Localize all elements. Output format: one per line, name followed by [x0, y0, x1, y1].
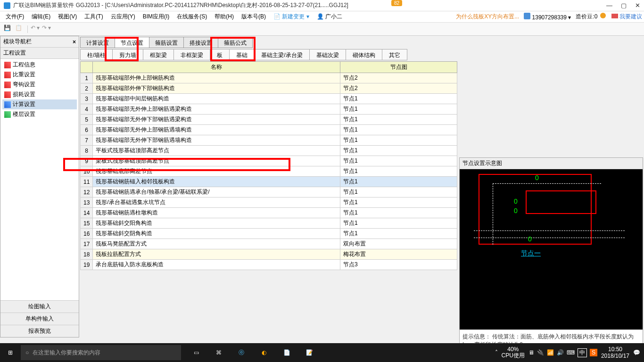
- notification-center-icon[interactable]: 💬: [633, 349, 640, 356]
- diagram-panel: 节点设置示意图 0 0 0 0 节点一 提示信息： 传统算法：面筋、底筋伸入相邻…: [459, 157, 643, 359]
- tab-node-settings[interactable]: 节点设置: [115, 37, 149, 48]
- tab-calc-settings[interactable]: 计算设置: [80, 37, 115, 48]
- tray-chevron-icon[interactable]: ˄: [495, 349, 498, 356]
- subtab-foundation-subbeam[interactable]: 基础次梁: [309, 49, 346, 60]
- tree-item-calc[interactable]: 计算设置: [2, 99, 77, 109]
- task-view-icon[interactable]: ▭: [186, 343, 206, 362]
- table-row[interactable]: 2筏形基础端部外伸下部钢筋构造节点2: [81, 83, 457, 94]
- taskbar-app-5[interactable]: 📝: [299, 343, 320, 362]
- tray-icon-2[interactable]: 🔌: [537, 349, 544, 356]
- table-row[interactable]: 18筏板拉筋配置方式梅花布置: [81, 249, 457, 260]
- tray-sogou-icon[interactable]: S: [590, 349, 597, 356]
- taskbar-app-1[interactable]: ⌘: [208, 343, 229, 362]
- redo-icon[interactable]: ↷ ▾: [42, 25, 51, 34]
- table-row[interactable]: 12筏形基础钢筋遇承台/独基/承台梁/基础联系梁/节点1: [81, 187, 457, 197]
- nav-panel: 模块导航栏 × 工程设置 工程信息 比重设置 弯钩设置 损耗设置 计算设置 楼层…: [0, 36, 79, 337]
- menu-tools[interactable]: 工具(T): [81, 12, 107, 22]
- menu-cloud[interactable]: 云应用(Y): [107, 12, 139, 22]
- bean-count[interactable]: 造价豆:0: [576, 13, 606, 21]
- table-row[interactable]: 17筏板马凳筋配置方式双向布置: [81, 239, 457, 249]
- diagram-label[interactable]: 节点一: [521, 249, 541, 258]
- user-info[interactable]: 👤 广小二: [313, 12, 346, 22]
- tray-network-icon[interactable]: 📶: [547, 349, 554, 356]
- subtab-column[interactable]: 柱/墙柱: [80, 49, 113, 60]
- tree-item-loss[interactable]: 损耗设置: [2, 90, 77, 99]
- undo-icon[interactable]: ↶ ▾: [31, 25, 40, 34]
- maximize-button[interactable]: ▢: [621, 2, 627, 9]
- table-row[interactable]: 1筏形基础端部外伸上部钢筋构造节点2: [81, 73, 457, 83]
- minimize-button[interactable]: —: [606, 2, 612, 9]
- nav-report[interactable]: 报表预览: [0, 325, 79, 337]
- tray-ime-icon[interactable]: 中: [578, 348, 587, 357]
- cpu-label: CPU使用: [502, 353, 525, 359]
- subtab-nonframebeam[interactable]: 非框架梁: [173, 49, 210, 60]
- col-node[interactable]: 节点图: [340, 62, 457, 73]
- table-row[interactable]: 13筏形/承台基础遇集水坑节点节点1: [81, 197, 457, 208]
- table-row[interactable]: 9梁板式筏形基础顶部高差节点节点1: [81, 156, 457, 166]
- suggest-link[interactable]: 我要建议: [611, 13, 642, 21]
- table-row[interactable]: 3筏形基础端部中间层钢筋构造节点1: [81, 94, 457, 104]
- table-row[interactable]: 19承台底筋锚入防水底板构造节点3: [81, 260, 457, 270]
- table-row[interactable]: 8平板式筏形基础顶部高差节点节点1: [81, 146, 457, 156]
- notification-badge[interactable]: 82: [391, 0, 402, 6]
- subtab-foundation[interactable]: 基础: [229, 49, 255, 60]
- table-row[interactable]: 7筏形基础端部无外伸下部钢筋遇墙构造节点1: [81, 135, 457, 146]
- menu-bim[interactable]: BIM应用(I): [139, 12, 173, 22]
- menu-help[interactable]: 帮助(H): [211, 12, 238, 22]
- tray-volume-icon[interactable]: 🔊: [557, 349, 564, 356]
- warning-link[interactable]: 为什么筏板XY方向布置...: [456, 13, 519, 21]
- tree-item-hook[interactable]: 弯钩设置: [2, 80, 77, 90]
- tab-lap-settings[interactable]: 搭接设置: [183, 37, 218, 48]
- table-row[interactable]: 10筏形基础底部高差节点节点1: [81, 166, 457, 177]
- toolbar: 💾 📋 ↶ ▾ ↷ ▾: [0, 23, 644, 36]
- table-row[interactable]: 11筏形基础钢筋锚入相邻筏板构造节点1: [81, 177, 457, 187]
- subtab-framebeam[interactable]: 框架梁: [143, 49, 174, 60]
- nav-header: 模块导航栏 ×: [0, 36, 79, 48]
- window-title: 广联达BIM钢筋算量软件 GGJ2013 - [C:\Users\Adminis…: [13, 1, 606, 9]
- menu-file[interactable]: 文件(F): [2, 12, 28, 22]
- search-box[interactable]: ○ 在这里输入你要搜索的内容: [21, 345, 181, 360]
- main-tabs: 计算设置 节点设置 箍筋设置 搭接设置 箍筋公式: [80, 37, 643, 48]
- taskbar-app-4[interactable]: 📄: [276, 343, 297, 362]
- table-row[interactable]: 4筏形基础端部无外伸上部钢筋遇梁构造节点1: [81, 104, 457, 115]
- subtab-masonry[interactable]: 砌体结构: [346, 49, 382, 60]
- table-row[interactable]: 16筏形基础斜交阴角构造节点1: [81, 229, 457, 239]
- subtab-other[interactable]: 其它: [382, 49, 407, 60]
- nav-draw-input[interactable]: 绘图输入: [0, 300, 79, 313]
- tray-keyboard-icon[interactable]: ⌨: [567, 349, 575, 356]
- start-button[interactable]: ⊞: [0, 343, 21, 362]
- tab-stirrup-settings[interactable]: 箍筋设置: [149, 37, 184, 48]
- table-row[interactable]: 5筏形基础端部无外伸下部钢筋遇梁构造节点1: [81, 115, 457, 125]
- tree-item-floor[interactable]: 楼层设置: [2, 109, 77, 119]
- menu-version[interactable]: 版本号(B): [238, 12, 270, 22]
- menu-edit[interactable]: 编辑(E): [28, 12, 54, 22]
- menubar: 文件(F) 编辑(E) 视图(V) 工具(T) 云应用(Y) BIM应用(I) …: [0, 11, 644, 23]
- table-row[interactable]: 15筏形基础斜交阳角构造节点1: [81, 218, 457, 229]
- copy-icon[interactable]: 📋: [15, 25, 25, 34]
- taskbar-app-3[interactable]: ◐: [254, 343, 274, 362]
- tree-item-project-info[interactable]: 工程信息: [2, 60, 77, 70]
- tree-item-weight[interactable]: 比重设置: [2, 70, 77, 80]
- subtab-shearwall[interactable]: 剪力墙: [112, 49, 143, 60]
- subtab-slab[interactable]: 板: [210, 49, 230, 60]
- tray-icon-1[interactable]: 🖥: [528, 349, 534, 356]
- new-change[interactable]: 📄 新建变更 ▾: [270, 12, 313, 22]
- phone-info[interactable]: 13907298339 ▾: [524, 13, 571, 21]
- diagram-canvas[interactable]: 0 0 0 0 节点一: [460, 169, 643, 329]
- save-icon[interactable]: 💾: [4, 25, 13, 34]
- menu-online[interactable]: 在线服务(S): [173, 12, 211, 22]
- nav-single-input[interactable]: 单构件输入: [0, 313, 79, 325]
- subtab-foundation-mainbeam[interactable]: 基础主梁/承台梁: [254, 49, 309, 60]
- nav-section-project[interactable]: 工程设置: [0, 48, 79, 59]
- table-row[interactable]: 14筏形基础钢筋遇柱墩构造节点1: [81, 208, 457, 218]
- sub-tabs: 柱/墙柱 剪力墙 框架梁 非框架梁 板 基础 基础主梁/承台梁 基础次梁 砌体结…: [80, 49, 643, 60]
- menu-view[interactable]: 视图(V): [54, 12, 81, 22]
- tab-stirrup-formula[interactable]: 箍筋公式: [218, 37, 253, 48]
- taskbar-edge[interactable]: ⓔ: [231, 343, 252, 362]
- nav-close-icon[interactable]: ×: [73, 39, 76, 45]
- taskbar-clock[interactable]: 10:50 2018/10/17: [601, 346, 629, 359]
- table-row[interactable]: 6筏形基础端部无外伸上部钢筋遇墙构造节点1: [81, 125, 457, 135]
- node-table[interactable]: 名称 节点图 1筏形基础端部外伸上部钢筋构造节点22筏形基础端部外伸下部钢筋构造…: [80, 61, 457, 270]
- close-button[interactable]: ✕: [635, 2, 640, 9]
- col-name[interactable]: 名称: [93, 62, 340, 73]
